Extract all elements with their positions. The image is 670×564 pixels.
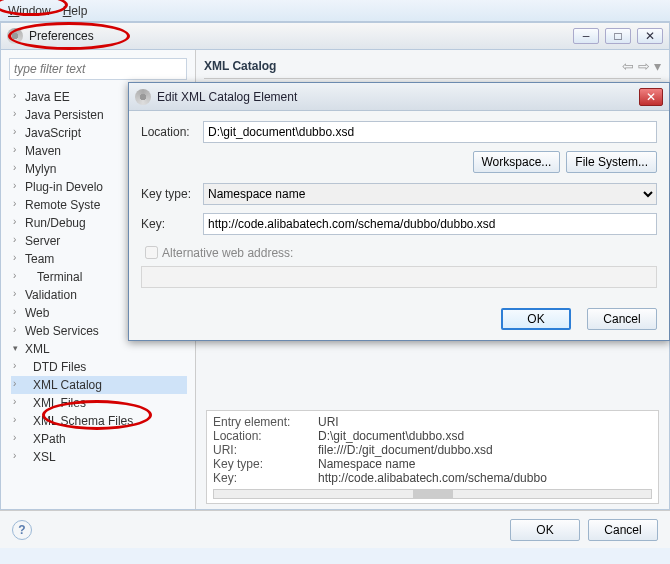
menu-help[interactable]: Help (63, 4, 88, 18)
dialog-title: Edit XML Catalog Element (157, 90, 297, 104)
titlebar-title: Preferences (29, 29, 94, 43)
dropdown-icon[interactable]: ▾ (654, 58, 661, 74)
dialog-cancel-button[interactable]: Cancel (587, 308, 657, 330)
catalog-details: Entry element:URI Location:D:\git_docume… (206, 410, 659, 504)
detail-label: Entry element: (213, 415, 318, 429)
keytype-select[interactable]: Namespace name (203, 183, 657, 205)
dialog-ok-button[interactable]: OK (501, 308, 571, 330)
edit-catalog-dialog: Edit XML Catalog Element ✕ Location: Wor… (128, 82, 670, 341)
location-label: Location: (141, 125, 203, 139)
preferences-footer: ? OK Cancel (0, 510, 670, 548)
back-icon[interactable]: ⇦ (622, 58, 634, 74)
detail-label: Key type: (213, 457, 318, 471)
filesystem-button[interactable]: File System... (566, 151, 657, 173)
scrollbar-thumb[interactable] (413, 490, 453, 498)
close-button[interactable]: ✕ (637, 28, 663, 44)
forward-icon[interactable]: ⇨ (638, 58, 650, 74)
detail-label: Location: (213, 429, 318, 443)
cancel-button[interactable]: Cancel (588, 519, 658, 541)
detail-label: Key: (213, 471, 318, 485)
tree-item-xml-catalog[interactable]: XML Catalog (11, 376, 187, 394)
dialog-titlebar: Edit XML Catalog Element ✕ (129, 83, 669, 111)
content-header: XML Catalog ⇦ ⇨ ▾ (204, 58, 661, 79)
help-icon[interactable]: ? (12, 520, 32, 540)
detail-value: URI (318, 415, 339, 429)
alternative-label: Alternative web address: (162, 246, 293, 260)
detail-value: D:\git_document\dubbo.xsd (318, 429, 464, 443)
tree-item-xml[interactable]: XML (11, 340, 187, 358)
key-label: Key: (141, 217, 203, 231)
maximize-button[interactable]: □ (605, 28, 631, 44)
filter-input[interactable] (9, 58, 187, 80)
keytype-label: Key type: (141, 187, 203, 201)
workspace-button[interactable]: Workspace... (473, 151, 561, 173)
menu-window[interactable]: Window (8, 4, 51, 18)
detail-value: http://code.alibabatech.com/schema/dubbo (318, 471, 547, 485)
tree-item[interactable]: DTD Files (11, 358, 187, 376)
alternative-checkbox (145, 246, 158, 259)
ok-button[interactable]: OK (510, 519, 580, 541)
gear-icon (135, 89, 151, 105)
scrollbar-horizontal[interactable] (213, 489, 652, 499)
tree-item[interactable]: XSL (11, 448, 187, 466)
tree-item[interactable]: XPath (11, 430, 187, 448)
tree-item[interactable]: XML Schema Files (11, 412, 187, 430)
dialog-body: Location: Workspace... File System... Ke… (129, 111, 669, 298)
dialog-footer: OK Cancel (129, 298, 669, 340)
preferences-titlebar: Preferences – □ ✕ (0, 22, 670, 50)
alternative-input (141, 266, 657, 288)
tree-item[interactable]: XML Files (11, 394, 187, 412)
detail-value: file:///D:/git_document/dubbo.xsd (318, 443, 493, 457)
content-title: XML Catalog (204, 59, 276, 73)
dialog-close-button[interactable]: ✕ (639, 88, 663, 106)
menu-bar: Window Help (0, 0, 670, 22)
gear-icon (7, 28, 23, 44)
location-input[interactable] (203, 121, 657, 143)
minimize-button[interactable]: – (573, 28, 599, 44)
detail-label: URI: (213, 443, 318, 457)
key-input[interactable] (203, 213, 657, 235)
detail-value: Namespace name (318, 457, 415, 471)
